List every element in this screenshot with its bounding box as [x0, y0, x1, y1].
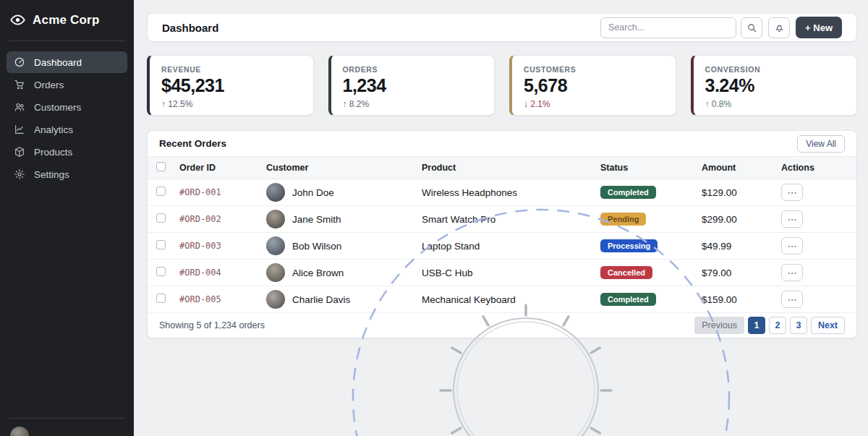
status-badge: Completed — [600, 293, 656, 306]
order-id: #ORD-005 — [179, 294, 266, 304]
order-id: #ORD-004 — [179, 268, 266, 278]
order-id: #ORD-002 — [179, 214, 266, 224]
product-name: Mechanical Keyboard — [422, 294, 600, 305]
customer-avatar — [266, 210, 285, 228]
row-checkbox[interactable] — [156, 187, 166, 196]
sidebar-item-label: Customers — [34, 102, 81, 113]
gauge-icon — [14, 56, 25, 68]
sidebar-item-analytics[interactable]: Analytics — [7, 119, 127, 140]
pagination-page-1[interactable]: 1 — [748, 317, 765, 334]
customer-avatar — [266, 236, 285, 255]
users-icon — [14, 101, 25, 113]
sidebar-item-label: Settings — [34, 169, 69, 180]
stat-value: $45,231 — [161, 75, 302, 96]
row-checkbox[interactable] — [156, 213, 166, 223]
pagination-page-2[interactable]: 2 — [769, 317, 786, 334]
sidebar-item-label: Products — [34, 147, 72, 158]
search-icon — [746, 22, 757, 33]
row-actions-button[interactable]: ⋯ — [781, 291, 803, 308]
customer-avatar — [266, 263, 285, 282]
column-header-actions: Actions — [781, 163, 849, 173]
new-button[interactable]: + New — [796, 17, 842, 38]
sidebar-item-label: Orders — [34, 80, 64, 90]
search-input[interactable] — [600, 17, 736, 38]
row-checkbox[interactable] — [156, 294, 166, 303]
stat-change: ↓ 2.1% — [524, 99, 664, 109]
column-header-status: Status — [600, 163, 702, 173]
stat-card-conversion: CONVERSION 3.24% ↑ 0.8% — [691, 55, 858, 116]
order-amount: $79.00 — [702, 268, 781, 278]
view-all-button[interactable]: View All — [797, 135, 845, 153]
select-all-checkbox[interactable] — [156, 162, 166, 171]
sidebar-item-label: Analytics — [34, 124, 73, 135]
sidebar-item-customers[interactable]: Customers — [7, 96, 127, 118]
sidebar: Acme Corp Dashboard Orders Customers Ana… — [0, 0, 134, 436]
stat-value: 5,678 — [524, 75, 664, 96]
status-badge: Processing — [600, 239, 658, 252]
stat-label: CUSTOMERS — [524, 65, 664, 74]
line-chart-icon — [14, 124, 25, 135]
customer-name: Bob Wilson — [292, 241, 341, 252]
stat-value: 1,234 — [343, 75, 483, 96]
column-header-order-id: Order ID — [179, 163, 266, 173]
sidebar-divider — [9, 40, 125, 41]
stat-label: CONVERSION — [705, 65, 846, 74]
sidebar-item-orders[interactable]: Orders — [7, 74, 127, 95]
table-row: #ORD-004 Alice Brown USB-C Hub Cancelled… — [148, 260, 856, 286]
customer-name: Alice Brown — [292, 268, 344, 278]
product-name: Wireless Headphones — [422, 187, 600, 198]
table-row: #ORD-005 Charlie Davis Mechanical Keyboa… — [148, 286, 856, 313]
stat-card-orders: ORDERS 1,234 ↑ 8.2% — [328, 55, 495, 116]
cart-icon — [14, 79, 25, 90]
table-footer: Showing 5 of 1,234 orders Previous 1 2 3… — [148, 313, 856, 338]
order-id: #ORD-001 — [179, 187, 266, 197]
order-amount: $299.00 — [702, 214, 781, 225]
customer-avatar — [266, 290, 285, 309]
stat-label: ORDERS — [343, 65, 483, 74]
sidebar-nav: Dashboard Orders Customers Analytics Pro… — [0, 48, 134, 188]
table-title: Recent Orders — [159, 138, 226, 149]
stat-cards: REVENUE $45,231 ↑ 12.5% ORDERS 1,234 ↑ 8… — [147, 55, 857, 116]
row-actions-button[interactable]: ⋯ — [781, 264, 803, 281]
eye-icon — [10, 12, 25, 27]
sidebar-item-dashboard[interactable]: Dashboard — [7, 51, 127, 73]
recent-orders-card: Recent Orders View All Order ID Customer… — [147, 130, 857, 338]
table-row: #ORD-001 John Doe Wireless Headphones Co… — [148, 179, 856, 206]
pagination-page-3[interactable]: 3 — [790, 317, 807, 334]
page-title: Dashboard — [162, 22, 218, 34]
customer-name: John Doe — [292, 187, 334, 198]
row-actions-button[interactable]: ⋯ — [781, 184, 803, 201]
sidebar-item-products[interactable]: Products — [7, 141, 127, 163]
sidebar-item-settings[interactable]: Settings — [7, 163, 127, 185]
notifications-button[interactable] — [768, 17, 790, 38]
stat-change: ↑ 12.5% — [161, 99, 302, 109]
bell-icon — [774, 22, 785, 33]
status-badge: Completed — [600, 186, 656, 199]
order-amount: $49.99 — [702, 241, 781, 252]
pagination-next-button[interactable]: Next — [811, 317, 845, 334]
stat-card-revenue: REVENUE $45,231 ↑ 12.5% — [147, 55, 314, 116]
stat-label: REVENUE — [161, 65, 302, 74]
row-checkbox[interactable] — [156, 240, 166, 249]
brand-name: Acme Corp — [33, 13, 100, 27]
top-bar: Dashboard + New — [147, 13, 857, 42]
results-summary: Showing 5 of 1,234 orders — [159, 320, 265, 330]
status-badge: Pending — [600, 213, 646, 226]
column-header-amount: Amount — [702, 163, 781, 173]
user-avatar[interactable] — [10, 427, 29, 436]
row-checkbox[interactable] — [156, 267, 166, 276]
search-button[interactable] — [741, 17, 762, 38]
table-header-row: Order ID Customer Product Status Amount … — [148, 156, 856, 179]
stat-change: ↑ 8.2% — [343, 99, 483, 109]
topbar-controls: + New — [600, 17, 842, 38]
package-icon — [14, 146, 25, 158]
pagination-previous-button[interactable]: Previous — [694, 317, 744, 334]
row-actions-button[interactable]: ⋯ — [781, 210, 803, 228]
product-name: Laptop Stand — [422, 241, 600, 252]
product-name: USB-C Hub — [422, 268, 600, 278]
search-group — [600, 17, 762, 38]
row-actions-button[interactable]: ⋯ — [781, 237, 803, 255]
stat-change: ↑ 0.8% — [705, 99, 846, 109]
order-amount: $129.00 — [702, 187, 781, 198]
status-badge: Cancelled — [600, 266, 652, 279]
